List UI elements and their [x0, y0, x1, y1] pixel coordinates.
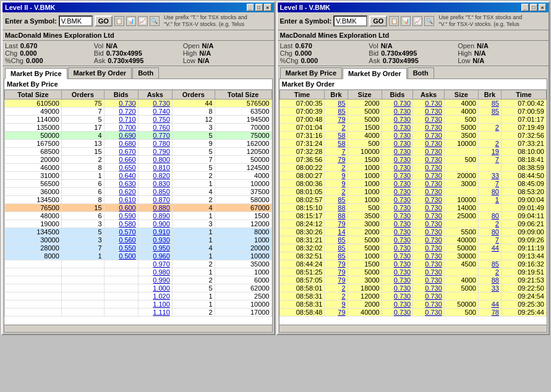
right-minimize-btn[interactable]: _ — [521, 4, 529, 11]
cell-brk-l[interactable]: 9 — [325, 179, 348, 187]
cell-ask[interactable]: 0.790 — [138, 147, 172, 155]
cell-brk-l[interactable]: 79 — [325, 260, 348, 268]
cell-brk-r[interactable] — [478, 252, 501, 260]
cell-ask-r[interactable]: 0.730 — [413, 308, 445, 316]
toolbar-icon-1[interactable]: 📋 — [114, 16, 124, 26]
cell-bid-r[interactable]: 0.730 — [382, 228, 413, 236]
cell-ask-r[interactable]: 0.730 — [413, 123, 445, 131]
cell-brk-l[interactable]: 79 — [325, 115, 348, 123]
cell-ask[interactable]: 0.890 — [138, 211, 172, 219]
cell-bid[interactable]: 0.590 — [104, 211, 138, 219]
cell-ask-r[interactable]: 0.730 — [413, 131, 445, 139]
cell-bid-r[interactable]: 0.730 — [382, 300, 413, 308]
maximize-btn[interactable]: □ — [255, 4, 263, 11]
cell-brk-l[interactable]: 2 — [325, 284, 348, 292]
cell-ask-r[interactable]: 0.730 — [413, 171, 445, 179]
cell-brk-r[interactable]: 2 — [478, 139, 501, 147]
cell-brk-r[interactable]: 80 — [478, 228, 501, 236]
cell-brk-r[interactable]: 80 — [478, 187, 501, 195]
cell-brk-r[interactable]: 19 — [478, 147, 501, 155]
cell-bid-r[interactable]: 0.730 — [382, 187, 413, 195]
cell-bid[interactable]: 0.730 — [104, 99, 138, 107]
cell-ask[interactable]: 0.960 — [138, 252, 172, 260]
minimize-btn[interactable]: _ — [247, 4, 254, 11]
cell-ask-r[interactable]: 0.730 — [413, 260, 445, 268]
cell-brk-l[interactable]: 88 — [325, 211, 348, 219]
symbol-input[interactable] — [59, 15, 93, 27]
cell-brk-l[interactable]: 79 — [325, 308, 348, 316]
cell-ask-r[interactable]: 0.730 — [413, 236, 445, 244]
right-toolbar-icon-2[interactable]: 📊 — [401, 16, 411, 26]
cell-brk-r[interactable]: 2 — [478, 123, 501, 131]
cell-ask[interactable]: 0.800 — [138, 155, 172, 163]
cell-brk-r[interactable] — [478, 203, 501, 211]
right-bottom-scrollbar[interactable] — [280, 325, 547, 332]
cell-brk-r[interactable]: 88 — [478, 276, 501, 284]
toolbar-icon-3[interactable]: 📈 — [138, 16, 148, 26]
cell-bid-r[interactable]: 0.730 — [382, 171, 413, 179]
cell-bid-r[interactable]: 0.730 — [382, 276, 413, 284]
cell-bid-r[interactable]: 0.730 — [382, 131, 413, 139]
cell-bid-r[interactable]: 0.730 — [382, 268, 413, 276]
cell-bid[interactable]: 0.560 — [104, 236, 138, 244]
cell-ask[interactable]: 0.910 — [138, 228, 172, 236]
cell-bid-r[interactable]: 0.730 — [382, 308, 413, 316]
cell-bid-r[interactable]: 0.730 — [382, 236, 413, 244]
cell-brk-r[interactable]: 44 — [478, 300, 501, 308]
cell-brk-l[interactable]: 85 — [325, 244, 348, 252]
tab-both-right[interactable]: Both — [408, 67, 434, 79]
cell-bid-r[interactable]: 0.730 — [382, 211, 413, 219]
cell-bid[interactable]: 0.620 — [104, 187, 138, 195]
cell-brk-r[interactable]: 85 — [478, 107, 501, 115]
cell-ask[interactable]: 0.990 — [138, 276, 172, 284]
cell-bid[interactable]: 0.580 — [104, 219, 138, 228]
cell-ask[interactable]: 0.870 — [138, 195, 172, 203]
cell-brk-r[interactable]: 7 — [478, 236, 501, 244]
cell-bid[interactable]: 0.710 — [104, 115, 138, 123]
cell-brk-l[interactable]: 85 — [325, 195, 348, 203]
cell-bid-r[interactable]: 0.730 — [382, 163, 413, 171]
cell-bid[interactable]: 0.610 — [104, 195, 138, 203]
cell-brk-l[interactable]: 58 — [325, 131, 348, 139]
cell-bid-r[interactable]: 0.730 — [382, 252, 413, 260]
cell-brk-l[interactable]: 9 — [325, 171, 348, 179]
cell-bid[interactable] — [104, 300, 138, 308]
cell-bid[interactable]: 0.600 — [104, 203, 138, 211]
toolbar-icon-2[interactable]: 📊 — [126, 16, 136, 26]
cell-brk-r[interactable]: 7 — [478, 155, 501, 163]
cell-bid[interactable]: 0.630 — [104, 179, 138, 187]
cell-ask-r[interactable]: 0.730 — [413, 228, 445, 236]
cell-ask-r[interactable]: 0.730 — [413, 99, 445, 107]
cell-bid-r[interactable]: 0.730 — [382, 244, 413, 252]
cell-ask-r[interactable]: 0.730 — [413, 276, 445, 284]
cell-brk-r[interactable] — [478, 163, 501, 171]
cell-ask[interactable]: 1.110 — [138, 308, 172, 316]
cell-ask[interactable]: 0.980 — [138, 268, 172, 276]
cell-brk-r[interactable] — [478, 292, 501, 300]
cell-bid[interactable]: 0.640 — [104, 171, 138, 179]
cell-bid[interactable]: 0.680 — [104, 139, 138, 147]
cell-bid[interactable]: 0.500 — [104, 252, 138, 260]
cell-ask[interactable]: 0.760 — [138, 123, 172, 131]
cell-bid[interactable] — [104, 284, 138, 292]
cell-ask-r[interactable]: 0.730 — [413, 292, 445, 300]
cell-bid[interactable] — [104, 308, 138, 316]
cell-bid[interactable] — [104, 292, 138, 300]
cell-brk-l[interactable]: 58 — [325, 139, 348, 147]
cell-brk-r[interactable]: 7 — [478, 179, 501, 187]
right-toolbar-icon-4[interactable]: 🔍 — [424, 16, 434, 26]
cell-ask[interactable]: 0.740 — [138, 107, 172, 115]
cell-bid-r[interactable]: 0.730 — [382, 219, 413, 228]
cell-ask[interactable]: 0.750 — [138, 115, 172, 123]
cell-brk-r[interactable]: 33 — [478, 284, 501, 292]
cell-bid[interactable]: 0.660 — [104, 155, 138, 163]
cell-bid-r[interactable]: 0.730 — [382, 284, 413, 292]
cell-brk-l[interactable]: 79 — [325, 219, 348, 228]
cell-ask-r[interactable]: 0.730 — [413, 179, 445, 187]
cell-brk-r[interactable]: 2 — [478, 268, 501, 276]
cell-ask-r[interactable]: 0.730 — [413, 147, 445, 155]
cell-bid-r[interactable]: 0.730 — [382, 123, 413, 131]
cell-bid[interactable] — [104, 268, 138, 276]
cell-brk-r[interactable] — [478, 115, 501, 123]
cell-ask[interactable]: 0.850 — [138, 187, 172, 195]
